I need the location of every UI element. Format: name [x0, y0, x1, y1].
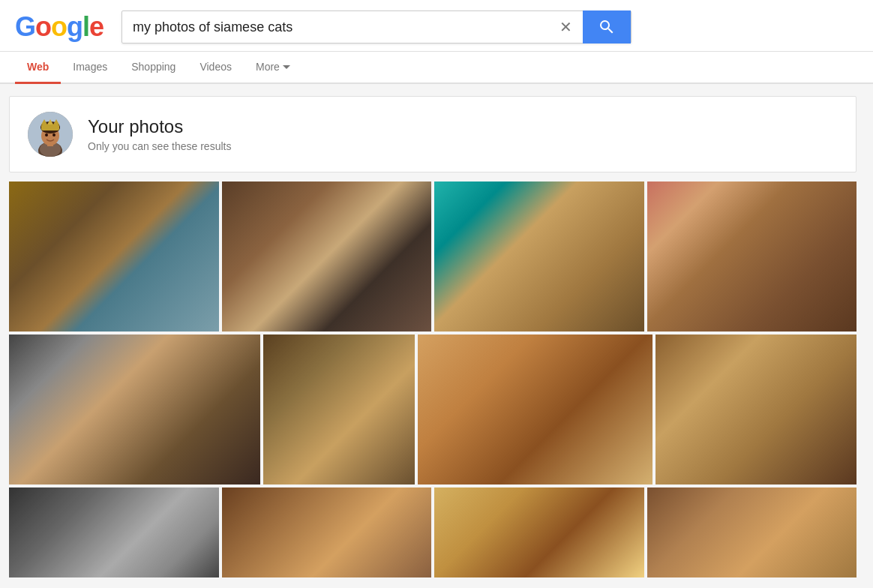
main-content: Your photos Only you can see these resul… — [0, 84, 873, 588]
avatar — [28, 112, 73, 157]
tab-shopping[interactable]: Shopping — [119, 52, 188, 84]
user-avatar-image — [28, 112, 73, 157]
photo-item[interactable] — [9, 334, 260, 484]
your-photos-info: Your photos Only you can see these resul… — [88, 116, 231, 152]
photo-item[interactable] — [647, 488, 857, 578]
photo-item[interactable] — [263, 334, 414, 484]
photo-item[interactable] — [434, 182, 644, 332]
photo-row-3 — [9, 488, 856, 578]
tab-web[interactable]: Web — [15, 52, 61, 84]
logo-letter-e: e — [89, 11, 104, 42]
logo-letter-o1: o — [35, 11, 51, 42]
google-logo[interactable]: Google — [15, 11, 104, 43]
clear-button[interactable]: ✕ — [549, 18, 583, 36]
your-photos-subtitle: Only you can see these results — [88, 140, 231, 152]
svg-rect-8 — [41, 124, 59, 130]
photo-item[interactable] — [647, 182, 857, 332]
tab-videos[interactable]: Videos — [188, 52, 244, 84]
photo-grid — [9, 182, 856, 578]
photo-item[interactable] — [9, 182, 219, 332]
search-input[interactable] — [122, 20, 549, 35]
header: Google ✕ — [0, 0, 873, 52]
your-photos-card: Your photos Only you can see these resul… — [9, 96, 856, 172]
photo-item[interactable] — [418, 334, 652, 484]
close-icon: ✕ — [560, 18, 572, 36]
tab-images[interactable]: Images — [61, 52, 119, 84]
photo-item[interactable] — [9, 488, 219, 578]
photo-row-1 — [9, 182, 856, 332]
tab-more[interactable]: More — [244, 52, 302, 84]
logo-letter-g: G — [15, 11, 35, 42]
logo-letter-o2: o — [51, 11, 67, 42]
your-photos-title: Your photos — [88, 116, 231, 137]
chevron-down-icon — [283, 65, 290, 69]
svg-point-7 — [52, 134, 56, 136]
photo-item[interactable] — [222, 182, 432, 332]
search-box: ✕ — [122, 10, 632, 44]
logo-letter-l: l — [82, 11, 89, 42]
photo-item[interactable] — [656, 334, 856, 484]
svg-point-6 — [45, 134, 48, 136]
logo-letter-g2: g — [67, 11, 82, 42]
photo-row-2 — [9, 334, 856, 484]
search-button[interactable] — [583, 10, 631, 44]
photo-item[interactable] — [222, 488, 432, 578]
more-label: More — [256, 61, 280, 73]
photo-item[interactable] — [434, 488, 644, 578]
search-icon — [598, 18, 616, 36]
nav-tabs: Web Images Shopping Videos More — [0, 52, 873, 84]
